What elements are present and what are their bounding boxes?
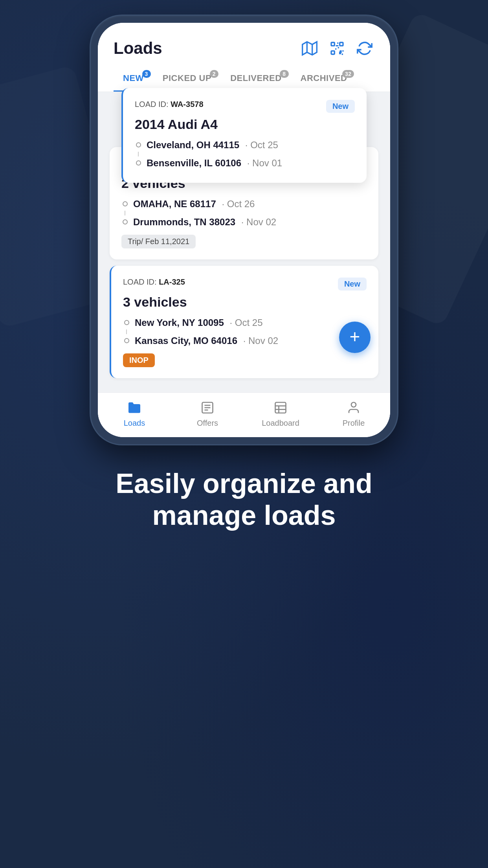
route-0: Cleveland, OH 44115 · Oct 25 (135, 138, 355, 169)
plus-icon: + (350, 327, 360, 346)
folder-icon (126, 399, 143, 416)
add-load-fab[interactable]: + (339, 322, 371, 353)
svg-rect-5 (331, 51, 334, 54)
svg-point-20 (351, 403, 356, 407)
load-card-2[interactable]: LOAD ID: LA-325 New 3 vehicles New York,… (110, 266, 378, 378)
refresh-icon[interactable] (355, 39, 374, 58)
nav-loadboard[interactable]: Loadboard (244, 399, 317, 428)
bottom-navigation: Loads Offers (98, 392, 390, 437)
app-header: Loads (98, 23, 390, 92)
page-title: Loads (114, 39, 162, 58)
svg-rect-4 (340, 42, 343, 46)
trip-badge: Trip/ Feb 11,2021 (121, 235, 196, 248)
vehicle-name-2: 3 vehicles (123, 294, 367, 310)
vehicle-name-0: 2014 Audi A4 (135, 117, 355, 132)
phone-mockup: Loads (83, 16, 405, 444)
inop-badge: INOP (123, 353, 155, 367)
loads-list: LOAD ID: WA-3578 New 2014 Audi A4 Clevel… (98, 92, 390, 392)
map-icon[interactable] (300, 39, 319, 58)
scan-icon[interactable] (327, 39, 347, 58)
headline: Easily organize and manage loads (116, 468, 372, 531)
profile-icon (345, 399, 362, 416)
svg-rect-16 (275, 403, 286, 413)
offers-icon (199, 399, 216, 416)
nav-profile[interactable]: Profile (317, 399, 390, 428)
nav-offers[interactable]: Offers (171, 399, 244, 428)
route-2: New York, NY 10095 · Oct 25 (123, 316, 367, 347)
route-1: OMAHA, NE 68117 · Oct 26 (121, 197, 367, 228)
load-card-0[interactable]: LOAD ID: WA-3578 New 2014 Audi A4 Clevel… (121, 88, 367, 183)
svg-rect-3 (331, 42, 334, 46)
bottom-text-section: Easily organize and manage loads (84, 468, 404, 531)
svg-marker-0 (303, 42, 317, 55)
nav-loads[interactable]: Loads (98, 399, 171, 428)
loadboard-icon (272, 399, 289, 416)
